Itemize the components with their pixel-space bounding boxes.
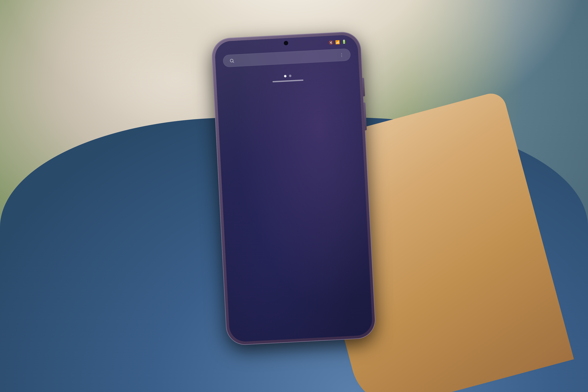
- status-icons: 🔇 📶 🔋: [329, 40, 348, 45]
- mute-icon: 🔇: [329, 40, 333, 45]
- page-dot-2: [289, 74, 292, 77]
- phone-outer: 🔇 📶 🔋 ⋮: [211, 32, 376, 345]
- phone-wrapper: 🔇 📶 🔋 ⋮: [211, 32, 376, 345]
- battery-icon: 🔋: [342, 40, 346, 44]
- signal-icon: 📶: [335, 40, 340, 44]
- svg-line-1: [233, 62, 234, 62]
- search-placeholder: [237, 55, 336, 60]
- search-menu-icon[interactable]: ⋮: [339, 52, 344, 58]
- page-dot-1: [284, 75, 287, 78]
- phone-screen: 🔇 📶 🔋 ⋮: [214, 34, 373, 342]
- search-icon: [229, 58, 235, 63]
